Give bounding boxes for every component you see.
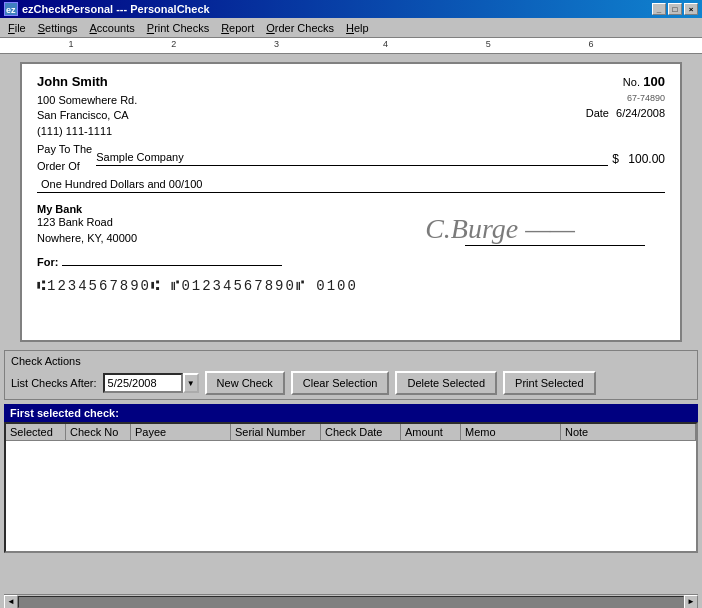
table-header-bar: First selected check: [4, 404, 698, 422]
bank-address1: 123 Bank Road [37, 215, 137, 230]
check-memo-row: For: [37, 256, 665, 268]
scroll-left-btn[interactable]: ◄ [4, 595, 18, 609]
check-id: 67-74890 [586, 93, 665, 103]
dollar-sign: $ [612, 152, 619, 166]
col-selected: Selected [6, 424, 66, 440]
window-controls: _ □ × [652, 3, 698, 15]
print-selected-button[interactable]: Print Selected [503, 371, 595, 395]
bank-address2: Nowhere, KY, 40000 [37, 231, 137, 246]
check-written-amount: One Hundred Dollars and 00/100 [37, 178, 665, 193]
col-amount: Amount [401, 424, 461, 440]
check-phone: (111) 111-1111 [37, 124, 137, 139]
ruler-mark-1: 1 [69, 39, 74, 49]
bank-info: My Bank 123 Bank Road Nowhere, KY, 40000 [37, 203, 137, 246]
check-no-value: 100 [643, 74, 665, 89]
check-date-row: Date 6/24/2008 [586, 107, 665, 119]
date-dropdown-btn[interactable]: ▼ [183, 373, 199, 393]
new-check-button[interactable]: New Check [205, 371, 285, 395]
minimize-btn[interactable]: _ [652, 3, 666, 15]
check-payer-name: John Smith [37, 74, 108, 89]
col-payee: Payee [131, 424, 231, 440]
scroll-track[interactable] [18, 596, 684, 608]
scroll-right-btn[interactable]: ► [684, 595, 698, 609]
date-filter-input[interactable] [103, 373, 183, 393]
delete-selected-button[interactable]: Delete Selected [395, 371, 497, 395]
maximize-btn[interactable]: □ [668, 3, 682, 15]
check-bank-section: My Bank 123 Bank Road Nowhere, KY, 40000… [37, 203, 665, 246]
date-input-wrapper: ▼ [103, 373, 199, 393]
check-address-line1: 100 Somewhere Rd. [37, 93, 137, 108]
check-display: John Smith No. 100 100 Somewhere Rd. San… [20, 62, 682, 342]
check-payee: Sample Company [96, 151, 608, 166]
main-window: John Smith No. 100 100 Somewhere Rd. San… [0, 54, 702, 608]
col-memo: Memo [461, 424, 561, 440]
ruler-mark-5: 5 [486, 39, 491, 49]
menu-settings[interactable]: Settings [32, 20, 84, 36]
title-bar: ez ezCheckPersonal --- PersonalCheck _ □… [0, 0, 702, 18]
ruler-mark-6: 6 [589, 39, 594, 49]
table-wrapper: Selected Check No Payee Serial Number Ch… [4, 422, 698, 553]
check-no-label: No. [623, 76, 640, 88]
svg-text:ez: ez [6, 5, 16, 15]
table-body [6, 441, 696, 551]
menu-help[interactable]: Help [340, 20, 375, 36]
table-header-title: First selected check: [10, 407, 119, 419]
check-signature: C.Burge —— [425, 213, 585, 245]
check-header: John Smith No. 100 [37, 74, 665, 89]
menu-report[interactable]: Report [215, 20, 260, 36]
close-btn[interactable]: × [684, 3, 698, 15]
memo-line [62, 265, 282, 266]
col-check-no: Check No [66, 424, 131, 440]
pay-to-the-label: Pay To The Order Of [37, 141, 92, 174]
ruler-mark-4: 4 [383, 39, 388, 49]
col-check-date: Check Date [321, 424, 401, 440]
app-icon: ez [4, 2, 18, 16]
horizontal-scrollbar: ◄ ► [4, 594, 698, 608]
check-amount-display: $ 100.00 [608, 152, 665, 166]
check-actions-row: List Checks After: ▼ New Check Clear Sel… [11, 371, 691, 395]
ruler-mark-2: 2 [171, 39, 176, 49]
check-micr: ⑆1234567890⑆ ⑈01234567890⑈ 0100 [37, 278, 665, 294]
check-number-display: No. 100 [623, 74, 665, 89]
bank-name: My Bank [37, 203, 137, 215]
ruler: 1 2 3 4 5 6 [0, 38, 702, 54]
check-actions-title: Check Actions [11, 355, 691, 367]
check-date-value: 6/24/2008 [616, 107, 665, 119]
menu-bar: File Settings Accounts Print Checks Repo… [0, 18, 702, 38]
check-amount-value: 100.00 [628, 152, 665, 166]
menu-file[interactable]: File [2, 20, 32, 36]
signature-line [465, 245, 645, 246]
col-serial-number: Serial Number [231, 424, 321, 440]
list-checks-after-label: List Checks After: [11, 377, 97, 389]
table-section: First selected check: Selected Check No … [4, 404, 698, 594]
check-actions-panel: Check Actions List Checks After: ▼ New C… [4, 350, 698, 400]
check-address-line2: San Francisco, CA [37, 108, 137, 123]
menu-print-checks[interactable]: Print Checks [141, 20, 215, 36]
menu-accounts[interactable]: Accounts [84, 20, 141, 36]
check-area: John Smith No. 100 100 Somewhere Rd. San… [0, 54, 702, 350]
memo-label: For: [37, 256, 58, 268]
menu-order-checks[interactable]: Order Checks [260, 20, 340, 36]
signature-area: C.Burge —— [425, 203, 645, 246]
table-column-headers: Selected Check No Payee Serial Number Ch… [6, 424, 696, 441]
ruler-mark-3: 3 [274, 39, 279, 49]
check-date-label: Date [586, 107, 609, 119]
col-note: Note [561, 424, 696, 440]
check-address: 100 Somewhere Rd. San Francisco, CA (111… [37, 93, 137, 139]
clear-selection-button[interactable]: Clear Selection [291, 371, 390, 395]
window-title: ezCheckPersonal --- PersonalCheck [22, 3, 210, 15]
